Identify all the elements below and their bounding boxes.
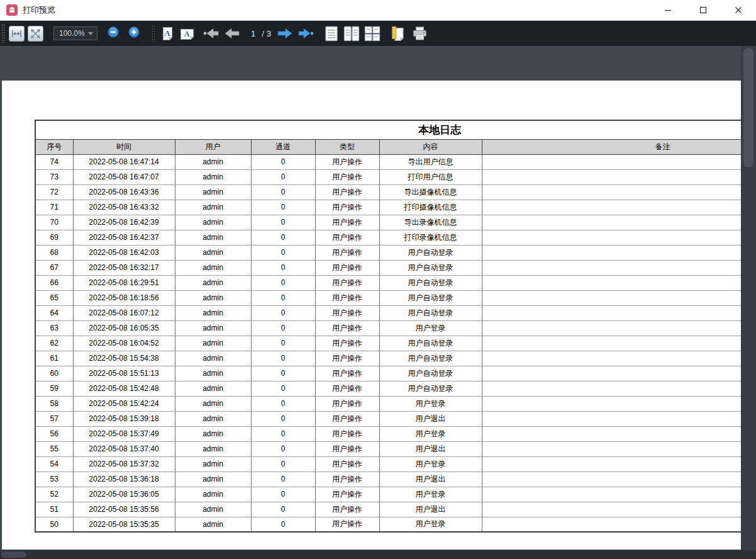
table-cell: 用户操作	[315, 441, 379, 456]
table-cell: 2022-05-08 16:29:51	[73, 275, 175, 290]
table-cell: admin	[175, 517, 251, 532]
table-row: 622022-05-08 16:04:52admin0用户操作用户自动登录	[35, 336, 741, 351]
table-cell: 用户操作	[315, 215, 379, 230]
table-cell	[482, 245, 741, 260]
table-cell: 导出用户信息	[379, 154, 482, 169]
table-row: 602022-05-08 15:51:13admin0用户操作用户自动登录	[35, 366, 741, 381]
table-cell: 2022-05-08 16:43:32	[73, 200, 175, 215]
vertical-scrollbar[interactable]	[741, 46, 756, 550]
table-row: 592022-05-08 15:42:48admin0用户操作用户自动登录	[35, 381, 741, 396]
previous-page-button[interactable]	[223, 25, 241, 42]
table-cell: 2022-05-08 16:05:35	[73, 320, 175, 336]
four-page-view-button[interactable]	[364, 25, 381, 42]
table-cell: 52	[35, 487, 73, 502]
table-cell	[482, 230, 741, 245]
table-cell: 72	[35, 184, 73, 200]
preview-page: 本地日志 序号时间用户通道类型内容备注 742022-05-08 16:47:1…	[2, 81, 741, 550]
chevron-down-icon	[88, 32, 93, 35]
table-cell: 0	[251, 230, 315, 245]
table-cell: admin	[175, 290, 251, 305]
table-cell: 68	[35, 245, 73, 260]
horizontal-scrollbar-thumb[interactable]	[1, 551, 26, 558]
portrait-orientation-button[interactable]: A	[160, 26, 175, 42]
column-header: 序号	[35, 139, 73, 154]
landscape-orientation-button[interactable]: A	[179, 26, 195, 42]
table-cell	[482, 336, 741, 351]
last-page-icon	[297, 25, 314, 42]
page-setup-button[interactable]	[390, 25, 406, 42]
single-page-view-icon	[323, 25, 340, 42]
table-row: 542022-05-08 15:37:32admin0用户操作用户登录	[35, 456, 741, 471]
table-cell: 用户操作	[315, 320, 379, 336]
last-page-button[interactable]	[297, 25, 314, 42]
table-cell: 0	[251, 260, 315, 275]
table-cell: 用户操作	[315, 351, 379, 366]
table-cell: 用户操作	[315, 305, 379, 320]
table-cell: admin	[175, 502, 251, 517]
fit-page-button[interactable]	[28, 26, 43, 42]
table-row: 712022-05-08 16:43:32admin0用户操作打印摄像机信息	[35, 200, 741, 215]
table-header-row: 序号时间用户通道类型内容备注	[35, 139, 741, 154]
table-cell: 0	[251, 471, 315, 487]
table-cell: 2022-05-08 15:54:38	[73, 351, 175, 366]
table-cell: 0	[251, 351, 315, 366]
table-cell: 打印摄像机信息	[379, 200, 482, 215]
table-cell: admin	[175, 336, 251, 351]
table-cell: admin	[175, 169, 251, 184]
svg-text:A: A	[184, 30, 190, 38]
table-cell: 用户操作	[315, 456, 379, 471]
zoom-level-select[interactable]: 100.0%	[53, 26, 97, 40]
table-cell: 用户自动登录	[379, 245, 482, 260]
table-cell: 0	[251, 245, 315, 260]
page-indicator: 1 / 3	[251, 29, 271, 38]
table-cell: 2022-05-08 16:47:14	[73, 154, 175, 169]
first-page-button[interactable]	[203, 25, 220, 42]
table-cell: 用户登录	[379, 396, 482, 411]
table-cell: 用户登录	[379, 456, 482, 471]
horizontal-scrollbar[interactable]	[0, 550, 756, 559]
table-cell: 用户退出	[379, 411, 482, 426]
two-page-view-button[interactable]	[343, 25, 360, 42]
table-cell: 导出摄像机信息	[379, 184, 482, 200]
column-header: 类型	[315, 139, 379, 154]
table-cell	[482, 169, 741, 184]
table-cell: 用户操作	[315, 200, 379, 215]
table-cell: admin	[175, 154, 251, 169]
table-cell: 0	[251, 366, 315, 381]
zoom-in-button[interactable]	[127, 25, 144, 42]
table-row: 582022-05-08 15:42:24admin0用户操作用户登录	[35, 396, 741, 411]
table-cell: 用户自动登录	[379, 305, 482, 320]
table-row: 682022-05-08 16:42:03admin0用户操作用户自动登录	[35, 245, 741, 260]
table-cell: 0	[251, 381, 315, 396]
maximize-button[interactable]	[686, 0, 721, 20]
table-cell	[482, 154, 741, 169]
vertical-scrollbar-thumb[interactable]	[743, 48, 753, 167]
table-cell: 用户自动登录	[379, 290, 482, 305]
table-cell: 用户自动登录	[379, 366, 482, 381]
toolbar-grip-handle[interactable]	[1, 24, 5, 43]
next-page-button[interactable]	[276, 25, 294, 42]
zoom-level-value: 100.0%	[54, 29, 88, 38]
fit-width-icon	[10, 27, 23, 40]
preview-area: 本地日志 序号时间用户通道类型内容备注 742022-05-08 16:47:1…	[0, 46, 756, 559]
zoom-in-icon	[127, 25, 144, 42]
table-cell: 用户操作	[315, 169, 379, 184]
close-button[interactable]	[721, 0, 756, 20]
table-cell: 用户操作	[315, 260, 379, 275]
table-cell: 2022-05-08 15:35:35	[73, 517, 175, 532]
table-row: 662022-05-08 16:29:51admin0用户操作用户自动登录	[35, 275, 741, 290]
fit-width-button[interactable]	[9, 26, 25, 42]
table-cell: 用户操作	[315, 471, 379, 487]
minimize-button[interactable]	[650, 0, 686, 20]
table-cell: 用户操作	[315, 184, 379, 200]
print-button[interactable]	[411, 25, 428, 42]
table-cell: 用户操作	[315, 366, 379, 381]
single-page-view-button[interactable]	[323, 25, 340, 42]
table-cell: 2022-05-08 16:47:07	[73, 169, 175, 184]
document-title: 本地日志	[35, 120, 741, 139]
table-cell: 74	[35, 154, 73, 169]
table-cell: admin	[175, 396, 251, 411]
zoom-out-button[interactable]	[106, 25, 123, 42]
toolbar-separator	[152, 25, 155, 42]
table-cell: 51	[35, 502, 73, 517]
